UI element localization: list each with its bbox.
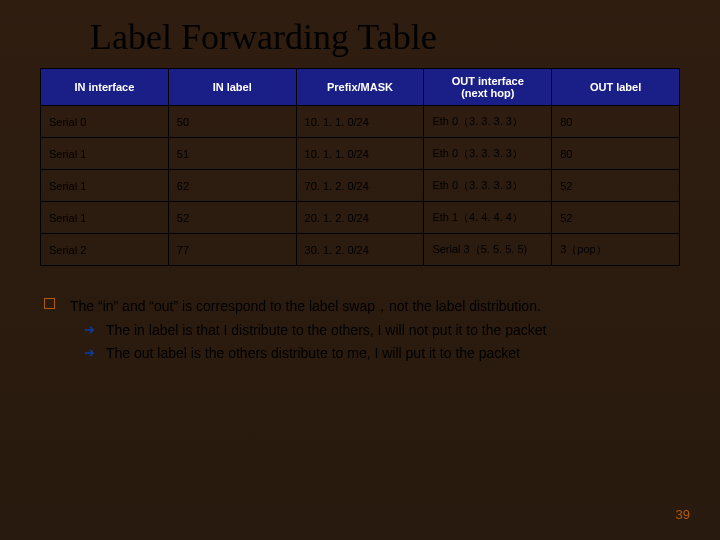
cell-in-interface: Serial 1 [41,138,169,170]
cell-out-label: 3（pop） [552,234,680,266]
cell-in-interface: Serial 2 [41,234,169,266]
subbullet-2: ➔ The out label is the others distribute… [84,343,676,363]
bullet-main: The “in” and “out” is correspond to the … [44,296,676,316]
cell-in-label: 62 [168,170,296,202]
table-row: Serial 1 51 10. 1. 1. 0/24 Eth 0（3. 3. 3… [41,138,680,170]
cell-in-interface: Serial 1 [41,170,169,202]
table-header-row: IN interface IN label Prefix/MASK OUT in… [41,69,680,106]
cell-in-label: 77 [168,234,296,266]
cell-in-interface: Serial 0 [41,106,169,138]
label-forwarding-table: IN interface IN label Prefix/MASK OUT in… [40,68,680,266]
cell-out-label: 80 [552,138,680,170]
slide: Label Forwarding Table IN interface IN l… [0,0,720,540]
col-in-interface: IN interface [41,69,169,106]
table-row: Serial 1 62 70. 1. 2. 0/24 Eth 0（3. 3. 3… [41,170,680,202]
col-in-label: IN label [168,69,296,106]
cell-prefix: 70. 1. 2. 0/24 [296,170,424,202]
cell-out-label: 52 [552,202,680,234]
cell-in-label: 52 [168,202,296,234]
table-row: Serial 0 50 10. 1. 1. 0/24 Eth 0（3. 3. 3… [41,106,680,138]
cell-out-interface: Eth 0（3. 3. 3. 3） [424,138,552,170]
cell-in-label: 51 [168,138,296,170]
cell-prefix: 10. 1. 1. 0/24 [296,106,424,138]
arrow-icon: ➔ [84,323,95,336]
subbullets: ➔ The in label is that I distribute to t… [84,320,676,363]
subbullet-1: ➔ The in label is that I distribute to t… [84,320,676,340]
bullet-main-text: The “in” and “out” is correspond to the … [70,298,541,314]
table-row: Serial 1 52 20. 1. 2. 0/24 Eth 1（4. 4. 4… [41,202,680,234]
cell-prefix: 10. 1. 1. 0/24 [296,138,424,170]
col-out-label: OUT label [552,69,680,106]
page-number: 39 [676,507,690,522]
arrow-icon: ➔ [84,346,95,359]
cell-out-interface: Eth 0（3. 3. 3. 3） [424,170,552,202]
cell-out-label: 52 [552,170,680,202]
slide-title: Label Forwarding Table [90,16,680,58]
cell-out-interface: Eth 1（4. 4. 4. 4） [424,202,552,234]
subbullet-2-text: The out label is the others distribute t… [106,345,520,361]
cell-out-interface: Eth 0（3. 3. 3. 3） [424,106,552,138]
notes-block: The “in” and “out” is correspond to the … [44,296,676,363]
col-prefix-mask: Prefix/MASK [296,69,424,106]
subbullet-1-text: The in label is that I distribute to the… [106,322,546,338]
table-row: Serial 2 77 30. 1. 2. 0/24 Serial 3（5. 5… [41,234,680,266]
cell-out-interface: Serial 3（5. 5. 5. 5) [424,234,552,266]
cell-in-label: 50 [168,106,296,138]
square-bullet-icon [44,298,55,309]
col-out-interface: OUT interface (next hop) [424,69,552,106]
cell-prefix: 30. 1. 2. 0/24 [296,234,424,266]
cell-prefix: 20. 1. 2. 0/24 [296,202,424,234]
cell-in-interface: Serial 1 [41,202,169,234]
cell-out-label: 80 [552,106,680,138]
